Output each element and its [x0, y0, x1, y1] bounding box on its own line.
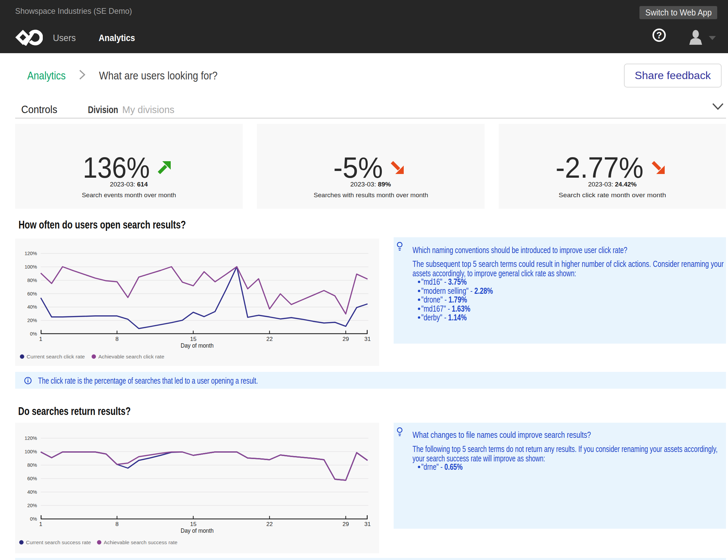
svg-text:29: 29 — [342, 336, 349, 342]
svg-text:0%: 0% — [30, 516, 37, 522]
svg-text:40%: 40% — [27, 304, 37, 310]
svg-text:8: 8 — [115, 521, 119, 527]
svg-text:Day of month: Day of month — [181, 342, 214, 349]
svg-text:15: 15 — [190, 521, 196, 527]
svg-text:40%: 40% — [27, 489, 37, 495]
svg-text:22: 22 — [266, 521, 273, 527]
svg-text:1: 1 — [39, 336, 42, 342]
svg-text:Day of month: Day of month — [181, 527, 214, 534]
svg-text:29: 29 — [342, 521, 349, 527]
svg-text:?: ? — [656, 30, 662, 40]
svg-text:60%: 60% — [27, 476, 37, 481]
svg-text:120%: 120% — [25, 251, 37, 256]
svg-text:120%: 120% — [25, 435, 37, 441]
svg-text:31: 31 — [364, 521, 371, 527]
svg-text:1: 1 — [39, 521, 42, 527]
svg-text:8: 8 — [115, 336, 119, 342]
svg-text:60%: 60% — [27, 291, 37, 296]
svg-text:80%: 80% — [27, 278, 37, 283]
svg-text:20%: 20% — [27, 318, 37, 323]
svg-text:15: 15 — [190, 336, 196, 342]
svg-text:22: 22 — [266, 336, 273, 342]
svg-text:20%: 20% — [27, 503, 37, 508]
svg-text:80%: 80% — [27, 462, 37, 468]
svg-text:100%: 100% — [25, 449, 37, 454]
svg-text:0%: 0% — [30, 331, 37, 337]
svg-text:31: 31 — [364, 336, 371, 342]
svg-text:100%: 100% — [25, 264, 37, 270]
